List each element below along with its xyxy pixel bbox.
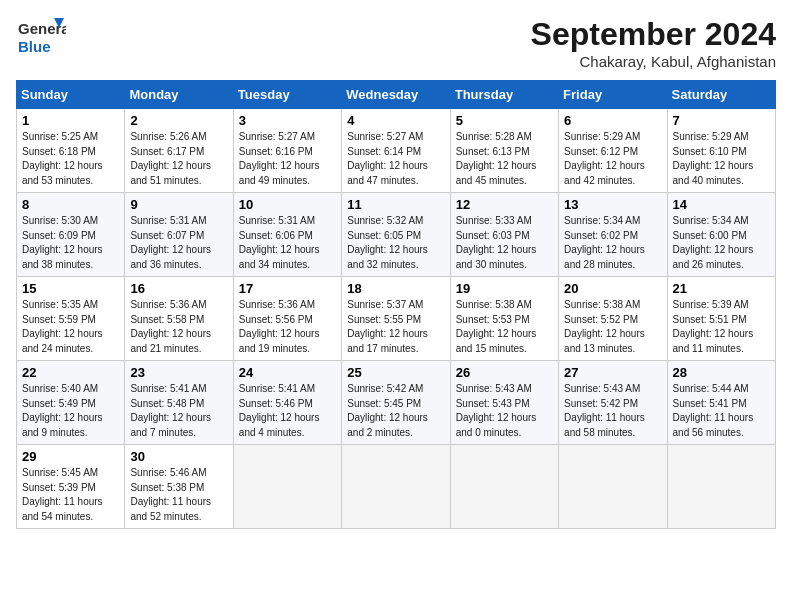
day-cell-28: 28 Sunrise: 5:44 AM Sunset: 5:41 PM Dayl… (667, 361, 775, 445)
day-number: 13 (564, 197, 661, 212)
day-number: 17 (239, 281, 336, 296)
day-cell-26: 26 Sunrise: 5:43 AM Sunset: 5:43 PM Dayl… (450, 361, 558, 445)
day-info: Sunrise: 5:36 AM Sunset: 5:58 PM Dayligh… (130, 298, 227, 356)
day-cell-19: 19 Sunrise: 5:38 AM Sunset: 5:53 PM Dayl… (450, 277, 558, 361)
day-number: 27 (564, 365, 661, 380)
header-wednesday: Wednesday (342, 81, 450, 109)
day-info: Sunrise: 5:29 AM Sunset: 6:10 PM Dayligh… (673, 130, 770, 188)
empty-cell (667, 445, 775, 529)
day-cell-15: 15 Sunrise: 5:35 AM Sunset: 5:59 PM Dayl… (17, 277, 125, 361)
day-cell-5: 5 Sunrise: 5:28 AM Sunset: 6:13 PM Dayli… (450, 109, 558, 193)
day-cell-20: 20 Sunrise: 5:38 AM Sunset: 5:52 PM Dayl… (559, 277, 667, 361)
day-number: 18 (347, 281, 444, 296)
day-number: 1 (22, 113, 119, 128)
day-number: 11 (347, 197, 444, 212)
day-cell-30: 30 Sunrise: 5:46 AM Sunset: 5:38 PM Dayl… (125, 445, 233, 529)
day-cell-11: 11 Sunrise: 5:32 AM Sunset: 6:05 PM Dayl… (342, 193, 450, 277)
day-number: 6 (564, 113, 661, 128)
header-sunday: Sunday (17, 81, 125, 109)
day-cell-24: 24 Sunrise: 5:41 AM Sunset: 5:46 PM Dayl… (233, 361, 341, 445)
day-cell-18: 18 Sunrise: 5:37 AM Sunset: 5:55 PM Dayl… (342, 277, 450, 361)
empty-cell (559, 445, 667, 529)
day-info: Sunrise: 5:28 AM Sunset: 6:13 PM Dayligh… (456, 130, 553, 188)
day-number: 14 (673, 197, 770, 212)
week-row-3: 15 Sunrise: 5:35 AM Sunset: 5:59 PM Dayl… (17, 277, 776, 361)
day-info: Sunrise: 5:45 AM Sunset: 5:39 PM Dayligh… (22, 466, 119, 524)
day-cell-7: 7 Sunrise: 5:29 AM Sunset: 6:10 PM Dayli… (667, 109, 775, 193)
day-info: Sunrise: 5:35 AM Sunset: 5:59 PM Dayligh… (22, 298, 119, 356)
day-info: Sunrise: 5:36 AM Sunset: 5:56 PM Dayligh… (239, 298, 336, 356)
week-row-5: 29 Sunrise: 5:45 AM Sunset: 5:39 PM Dayl… (17, 445, 776, 529)
empty-cell (342, 445, 450, 529)
day-number: 29 (22, 449, 119, 464)
day-number: 24 (239, 365, 336, 380)
week-row-4: 22 Sunrise: 5:40 AM Sunset: 5:49 PM Dayl… (17, 361, 776, 445)
day-cell-1: 1 Sunrise: 5:25 AM Sunset: 6:18 PM Dayli… (17, 109, 125, 193)
header-tuesday: Tuesday (233, 81, 341, 109)
day-cell-29: 29 Sunrise: 5:45 AM Sunset: 5:39 PM Dayl… (17, 445, 125, 529)
day-cell-13: 13 Sunrise: 5:34 AM Sunset: 6:02 PM Dayl… (559, 193, 667, 277)
day-info: Sunrise: 5:38 AM Sunset: 5:52 PM Dayligh… (564, 298, 661, 356)
svg-text:Blue: Blue (18, 38, 51, 55)
day-cell-21: 21 Sunrise: 5:39 AM Sunset: 5:51 PM Dayl… (667, 277, 775, 361)
day-number: 10 (239, 197, 336, 212)
calendar-header-row: SundayMondayTuesdayWednesdayThursdayFrid… (17, 81, 776, 109)
month-title: September 2024 (531, 16, 776, 53)
day-number: 19 (456, 281, 553, 296)
day-info: Sunrise: 5:42 AM Sunset: 5:45 PM Dayligh… (347, 382, 444, 440)
header-saturday: Saturday (667, 81, 775, 109)
calendar-table: SundayMondayTuesdayWednesdayThursdayFrid… (16, 80, 776, 529)
header-thursday: Thursday (450, 81, 558, 109)
logo-svg: General Blue (16, 16, 66, 61)
day-number: 9 (130, 197, 227, 212)
day-cell-23: 23 Sunrise: 5:41 AM Sunset: 5:48 PM Dayl… (125, 361, 233, 445)
day-number: 23 (130, 365, 227, 380)
day-info: Sunrise: 5:43 AM Sunset: 5:42 PM Dayligh… (564, 382, 661, 440)
day-cell-27: 27 Sunrise: 5:43 AM Sunset: 5:42 PM Dayl… (559, 361, 667, 445)
day-cell-9: 9 Sunrise: 5:31 AM Sunset: 6:07 PM Dayli… (125, 193, 233, 277)
day-number: 5 (456, 113, 553, 128)
day-number: 12 (456, 197, 553, 212)
day-info: Sunrise: 5:43 AM Sunset: 5:43 PM Dayligh… (456, 382, 553, 440)
day-info: Sunrise: 5:31 AM Sunset: 6:07 PM Dayligh… (130, 214, 227, 272)
day-info: Sunrise: 5:44 AM Sunset: 5:41 PM Dayligh… (673, 382, 770, 440)
day-number: 28 (673, 365, 770, 380)
day-cell-8: 8 Sunrise: 5:30 AM Sunset: 6:09 PM Dayli… (17, 193, 125, 277)
day-cell-14: 14 Sunrise: 5:34 AM Sunset: 6:00 PM Dayl… (667, 193, 775, 277)
day-cell-12: 12 Sunrise: 5:33 AM Sunset: 6:03 PM Dayl… (450, 193, 558, 277)
day-info: Sunrise: 5:27 AM Sunset: 6:16 PM Dayligh… (239, 130, 336, 188)
day-info: Sunrise: 5:26 AM Sunset: 6:17 PM Dayligh… (130, 130, 227, 188)
day-info: Sunrise: 5:33 AM Sunset: 6:03 PM Dayligh… (456, 214, 553, 272)
day-number: 3 (239, 113, 336, 128)
day-info: Sunrise: 5:29 AM Sunset: 6:12 PM Dayligh… (564, 130, 661, 188)
week-row-2: 8 Sunrise: 5:30 AM Sunset: 6:09 PM Dayli… (17, 193, 776, 277)
day-cell-10: 10 Sunrise: 5:31 AM Sunset: 6:06 PM Dayl… (233, 193, 341, 277)
day-info: Sunrise: 5:34 AM Sunset: 6:02 PM Dayligh… (564, 214, 661, 272)
logo: General Blue (16, 16, 66, 61)
day-cell-17: 17 Sunrise: 5:36 AM Sunset: 5:56 PM Dayl… (233, 277, 341, 361)
day-info: Sunrise: 5:46 AM Sunset: 5:38 PM Dayligh… (130, 466, 227, 524)
day-number: 21 (673, 281, 770, 296)
header-friday: Friday (559, 81, 667, 109)
day-info: Sunrise: 5:31 AM Sunset: 6:06 PM Dayligh… (239, 214, 336, 272)
day-info: Sunrise: 5:39 AM Sunset: 5:51 PM Dayligh… (673, 298, 770, 356)
day-number: 16 (130, 281, 227, 296)
day-number: 7 (673, 113, 770, 128)
empty-cell (450, 445, 558, 529)
header-monday: Monday (125, 81, 233, 109)
day-info: Sunrise: 5:41 AM Sunset: 5:48 PM Dayligh… (130, 382, 227, 440)
day-number: 26 (456, 365, 553, 380)
location-title: Chakaray, Kabul, Afghanistan (531, 53, 776, 70)
day-info: Sunrise: 5:40 AM Sunset: 5:49 PM Dayligh… (22, 382, 119, 440)
day-number: 25 (347, 365, 444, 380)
day-info: Sunrise: 5:38 AM Sunset: 5:53 PM Dayligh… (456, 298, 553, 356)
day-number: 30 (130, 449, 227, 464)
day-info: Sunrise: 5:30 AM Sunset: 6:09 PM Dayligh… (22, 214, 119, 272)
empty-cell (233, 445, 341, 529)
day-cell-16: 16 Sunrise: 5:36 AM Sunset: 5:58 PM Dayl… (125, 277, 233, 361)
day-number: 4 (347, 113, 444, 128)
day-number: 22 (22, 365, 119, 380)
day-number: 8 (22, 197, 119, 212)
day-info: Sunrise: 5:37 AM Sunset: 5:55 PM Dayligh… (347, 298, 444, 356)
day-number: 15 (22, 281, 119, 296)
